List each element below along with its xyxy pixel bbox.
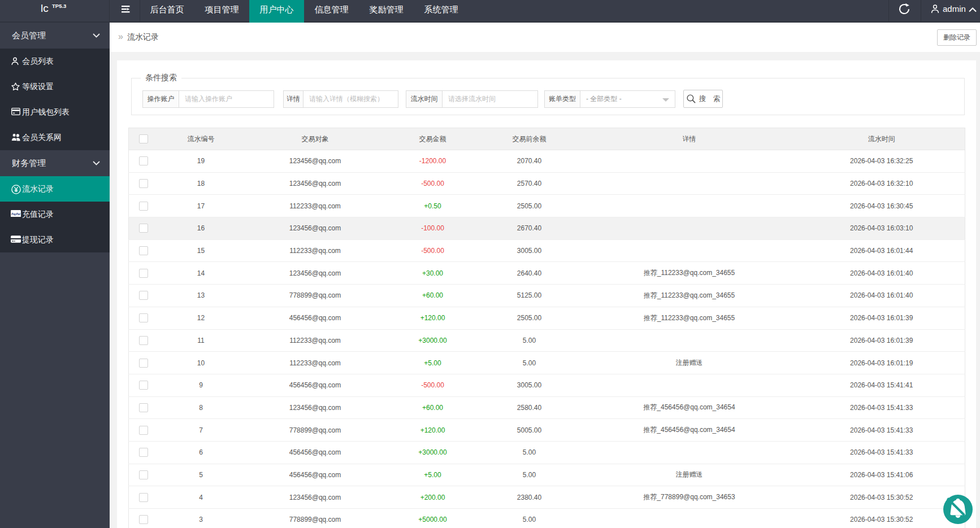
- svg-text:PayPal: PayPal: [11, 212, 20, 215]
